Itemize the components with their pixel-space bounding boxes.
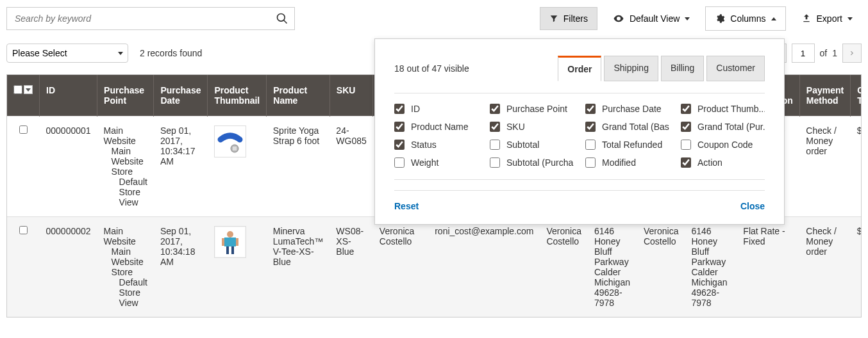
column-option-checkbox[interactable] bbox=[394, 157, 405, 168]
column-option[interactable]: Modified bbox=[585, 157, 669, 168]
column-option-label: Grand Total (Base) bbox=[602, 122, 669, 132]
column-option-label: Product Name bbox=[411, 122, 468, 132]
export-button[interactable]: Export bbox=[792, 7, 862, 30]
column-option[interactable]: Purchase Point bbox=[490, 104, 574, 114]
search-input[interactable] bbox=[6, 7, 295, 30]
cell-sku: 24-WG085 bbox=[330, 117, 372, 217]
column-option-checkbox[interactable] bbox=[394, 122, 405, 132]
select-all[interactable] bbox=[13, 85, 33, 94]
column-option-label: Subtotal (Purcha... bbox=[506, 157, 574, 168]
svg-point-6 bbox=[227, 231, 233, 237]
select-all-checkbox[interactable] bbox=[13, 85, 22, 94]
col-purchase-date[interactable]: Purchase Date bbox=[154, 75, 208, 117]
column-option-label: Purchase Date bbox=[602, 104, 662, 114]
column-option-checkbox[interactable] bbox=[585, 122, 596, 132]
column-option-label: Modified bbox=[602, 157, 636, 168]
col-sku[interactable]: SKU bbox=[330, 75, 372, 117]
column-option-label: Subtotal bbox=[506, 140, 539, 150]
columns-tab-order[interactable]: Order bbox=[558, 56, 601, 81]
cell-purchase-point: Main WebsiteMain Website StoreDefault St… bbox=[97, 117, 154, 217]
eye-icon bbox=[613, 13, 624, 24]
col-payment[interactable]: Payment Method bbox=[799, 75, 850, 117]
svg-rect-7 bbox=[226, 246, 229, 254]
columns-menu: Columns bbox=[705, 6, 785, 31]
pager-current[interactable] bbox=[792, 44, 815, 63]
cell-payment: Check / Money order bbox=[799, 117, 850, 217]
column-option[interactable]: Coupon Code bbox=[681, 140, 765, 150]
columns-close[interactable]: Close bbox=[740, 201, 765, 211]
column-option-checkbox[interactable] bbox=[490, 140, 500, 150]
column-option-checkbox[interactable] bbox=[681, 140, 691, 150]
chevron-down-icon bbox=[685, 17, 690, 20]
bulk-actions-select[interactable]: Please Select bbox=[6, 44, 128, 63]
svg-rect-4 bbox=[232, 146, 237, 151]
columns-button[interactable]: Columns bbox=[706, 7, 785, 30]
view-label: Default View bbox=[630, 13, 680, 24]
column-option-checkbox[interactable] bbox=[585, 104, 596, 114]
column-option-checkbox[interactable] bbox=[681, 157, 691, 168]
column-option[interactable]: ID bbox=[394, 104, 478, 114]
row-checkbox[interactable] bbox=[19, 226, 28, 234]
column-option-checkbox[interactable] bbox=[681, 104, 691, 114]
column-option-label: Coupon Code bbox=[697, 140, 753, 150]
column-option[interactable]: Product Thumb... bbox=[681, 104, 765, 114]
svg-rect-10 bbox=[236, 238, 238, 246]
column-option-checkbox[interactable] bbox=[585, 157, 596, 168]
columns-tab-customer[interactable]: Customer bbox=[706, 56, 765, 81]
column-option-label: ID bbox=[411, 104, 420, 114]
column-option-label: Grand Total (Pur... bbox=[697, 122, 765, 132]
search-button[interactable] bbox=[273, 10, 291, 28]
svg-point-0 bbox=[278, 14, 285, 22]
column-option-checkbox[interactable] bbox=[394, 104, 405, 114]
bulk-actions-wrap: Please Select bbox=[6, 44, 128, 63]
column-option-checkbox[interactable] bbox=[681, 122, 691, 132]
col-purchase-point[interactable]: Purchase Point bbox=[97, 75, 154, 117]
col-grand-total[interactable]: Grand Total bbox=[851, 75, 862, 117]
column-option[interactable]: Subtotal (Purcha... bbox=[490, 157, 574, 168]
column-option[interactable]: Grand Total (Base) bbox=[585, 122, 669, 132]
column-option[interactable]: Product Name bbox=[394, 122, 478, 132]
column-option[interactable]: Grand Total (Pur... bbox=[681, 122, 765, 132]
select-all-caret[interactable] bbox=[24, 85, 33, 94]
columns-tab-billing[interactable]: Billing bbox=[661, 56, 704, 81]
cell-grand-total: $36.39 bbox=[851, 117, 862, 217]
row-checkbox[interactable] bbox=[19, 125, 28, 134]
columns-panel: 18 out of 47 visible OrderShippingBillin… bbox=[374, 38, 785, 225]
table-row[interactable]: 000000002Main WebsiteMain Website StoreD… bbox=[7, 217, 862, 318]
cell-id: 000000002 bbox=[40, 217, 97, 318]
cell-purchase-date: Sep 01, 2017, 10:34:18 AM bbox=[154, 217, 208, 318]
col-product-name[interactable]: Product Name bbox=[267, 75, 330, 117]
column-option-checkbox[interactable] bbox=[490, 157, 500, 168]
column-option[interactable]: Action bbox=[681, 157, 765, 168]
cell-ship-name: Veronica Costello bbox=[637, 217, 685, 318]
column-option-label: SKU bbox=[506, 122, 525, 132]
column-option-label: Total Refunded bbox=[602, 140, 662, 150]
view-button[interactable]: Default View bbox=[604, 7, 699, 30]
cell-billing-address: 6146 Honey Bluff Parkway Calder Michigan… bbox=[588, 217, 637, 318]
filters-label: Filters bbox=[563, 13, 588, 24]
columns-reset[interactable]: Reset bbox=[394, 201, 419, 211]
column-option[interactable]: Status bbox=[394, 140, 478, 150]
cell-purchase-date: Sep 01, 2017, 10:34:17 AM bbox=[154, 117, 208, 217]
column-option-checkbox[interactable] bbox=[490, 122, 500, 132]
column-option-checkbox[interactable] bbox=[394, 140, 405, 150]
column-option-checkbox[interactable] bbox=[585, 140, 596, 150]
column-option-label: Action bbox=[697, 157, 722, 168]
column-option-checkbox[interactable] bbox=[490, 104, 500, 114]
col-id[interactable]: ID bbox=[40, 75, 97, 117]
gear-icon bbox=[715, 13, 725, 24]
column-option[interactable]: SKU bbox=[490, 122, 574, 132]
cell-id: 000000001 bbox=[40, 117, 97, 217]
column-option[interactable]: Weight bbox=[394, 157, 478, 168]
cell-payment: Check / Money order bbox=[799, 217, 850, 318]
column-option[interactable]: Total Refunded bbox=[585, 140, 669, 150]
column-option[interactable]: Purchase Date bbox=[585, 104, 669, 114]
cell-thumbnail bbox=[208, 217, 267, 318]
filters-button[interactable]: Filters bbox=[540, 7, 597, 30]
col-thumbnail[interactable]: Product Thumbnail bbox=[208, 75, 267, 117]
columns-summary: 18 out of 47 visible bbox=[394, 63, 469, 74]
columns-tab-shipping[interactable]: Shipping bbox=[604, 56, 658, 81]
column-option[interactable]: Subtotal bbox=[490, 140, 574, 150]
pager-next[interactable] bbox=[842, 44, 862, 63]
column-option-label: Purchase Point bbox=[506, 104, 567, 114]
